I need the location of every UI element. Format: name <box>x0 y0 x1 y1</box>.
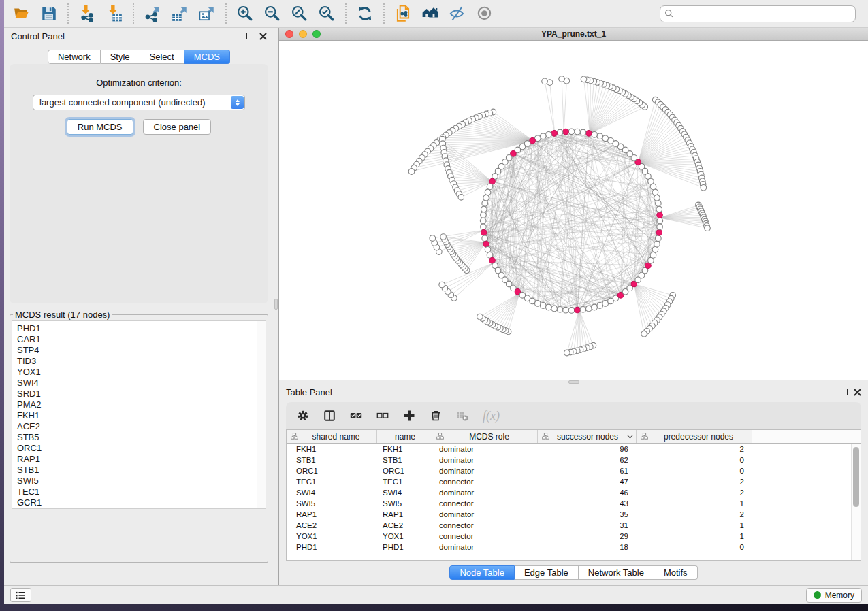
table-row[interactable]: SWI5SWI5connector431 <box>287 498 861 509</box>
minimize-window-icon[interactable] <box>299 30 307 38</box>
delete-column-button[interactable] <box>430 410 442 422</box>
column-header-MCDS-role[interactable]: MCDS role <box>432 430 538 443</box>
mcds-result-item[interactable]: STB1 <box>17 465 255 476</box>
close-panel-button[interactable]: Close panel <box>143 119 212 135</box>
toolbar-separator <box>225 3 227 24</box>
table-row[interactable]: ACE2ACE2connector311 <box>287 520 861 531</box>
eye-slash-icon <box>449 5 466 22</box>
mcds-result-item[interactable]: SWI4 <box>17 378 255 389</box>
splitter-grip[interactable] <box>568 380 579 384</box>
open-session-button[interactable] <box>8 2 35 25</box>
table-scrollbar[interactable] <box>851 444 861 560</box>
table-body: FKH1FKH1dominator962STB1STB1dominator620… <box>287 444 861 560</box>
mcds-result-item[interactable]: GCR1 <box>17 497 255 508</box>
optimization-criterion-select[interactable]: largest connected component (undirected) <box>33 95 245 110</box>
tab-mcds[interactable]: MCDS <box>184 50 230 64</box>
mcds-result-item[interactable]: SWI5 <box>17 476 255 486</box>
houses-icon <box>421 5 439 22</box>
zoom-out-button[interactable] <box>259 2 286 25</box>
mcds-result-item[interactable]: TEC1 <box>17 486 255 497</box>
show-task-history-button[interactable] <box>10 588 31 602</box>
close-window-icon[interactable] <box>285 30 293 38</box>
close-panel-icon[interactable] <box>259 33 267 40</box>
memory-button[interactable]: Memory <box>806 588 862 603</box>
save-session-button[interactable] <box>35 2 63 25</box>
export-network-button[interactable] <box>139 2 166 25</box>
tab-select[interactable]: Select <box>140 50 184 64</box>
mcds-result-item[interactable]: FKH1 <box>17 410 255 421</box>
network-window-titlebar[interactable]: YPA_prune.txt_1 <box>279 28 868 41</box>
panel-splitter-horizontal[interactable] <box>279 380 868 384</box>
export-table-button[interactable] <box>166 2 193 25</box>
apply-layout-button[interactable] <box>351 2 379 25</box>
mcds-list-scrollbar[interactable] <box>257 321 266 508</box>
mcds-result-item[interactable]: ORC1 <box>17 443 255 454</box>
network-graph[interactable] <box>279 41 868 380</box>
zoom-fit-button[interactable] <box>286 2 313 25</box>
table-cell: dominator <box>432 465 538 476</box>
import-network-button[interactable] <box>74 2 101 25</box>
select-all-button[interactable] <box>350 410 362 422</box>
search-field[interactable] <box>660 5 856 22</box>
table-settings-button[interactable] <box>297 410 309 422</box>
float-panel-icon[interactable] <box>841 389 848 395</box>
tab-edge-table[interactable]: Edge Table <box>515 565 579 580</box>
first-neighbors-button[interactable] <box>417 2 444 25</box>
zoom-selected-button[interactable] <box>313 2 340 25</box>
table-cell: ACE2 <box>377 520 432 531</box>
select-all-icon <box>350 410 362 422</box>
import-table-button[interactable] <box>101 2 128 25</box>
table-row[interactable]: PHD1PHD1dominator180 <box>287 542 861 552</box>
table-row[interactable]: TEC1TEC1connector472 <box>287 476 861 487</box>
add-column-button[interactable] <box>403 410 415 422</box>
table-cell: STB1 <box>377 455 432 465</box>
hide-selected-button[interactable] <box>444 2 471 25</box>
mcds-result-item[interactable]: SRD1 <box>17 389 255 399</box>
network-from-document-button[interactable] <box>389 2 417 25</box>
mcds-result-item[interactable]: STP4 <box>17 345 255 356</box>
table-row[interactable]: FKH1FKH1dominator962 <box>287 444 861 455</box>
zoom-in-button[interactable] <box>231 2 259 25</box>
split-panel-icon <box>323 410 336 422</box>
export-image-button[interactable] <box>193 2 221 25</box>
network-canvas[interactable] <box>279 41 868 380</box>
table-cell: 0 <box>637 542 752 552</box>
mcds-result-list[interactable]: PHD1CAR1STP4TID3YOX1SWI4SRD1PMA2FKH1ACE2… <box>12 320 266 509</box>
maximize-window-icon[interactable] <box>312 30 321 38</box>
mcds-result-item[interactable]: STB5 <box>17 432 255 443</box>
show-all-button[interactable] <box>471 2 498 25</box>
tab-motifs[interactable]: Motifs <box>654 565 698 580</box>
tab-node-table[interactable]: Node Table <box>449 565 515 580</box>
column-header-successor-nodes[interactable]: successor nodes <box>538 430 637 443</box>
table-row[interactable]: RAP1RAP1dominator352 <box>287 509 861 520</box>
mcds-result-item[interactable]: CAR1 <box>17 334 255 345</box>
tab-network[interactable]: Network <box>48 50 101 64</box>
deselect-all-button[interactable] <box>376 410 389 422</box>
column-header-shared-name[interactable]: shared name <box>287 430 377 443</box>
close-panel-icon[interactable] <box>854 389 861 396</box>
splitter-grip[interactable] <box>274 299 278 310</box>
column-header-name[interactable]: name <box>377 430 432 443</box>
table-row[interactable]: SWI4SWI4dominator462 <box>287 487 861 498</box>
column-header-predecessor-nodes[interactable]: predecessor nodes <box>637 430 752 443</box>
mcds-result-item[interactable]: TID3 <box>17 356 255 367</box>
table-row[interactable]: YOX1YOX1connector291 <box>287 531 861 542</box>
mcds-result-item[interactable]: RAP1 <box>17 454 255 465</box>
search-input[interactable] <box>677 9 851 18</box>
table-cell: connector <box>432 498 538 509</box>
table-row[interactable]: ORC1ORC1dominator610 <box>287 465 861 476</box>
window-controls <box>285 30 321 38</box>
table-cell: SWI5 <box>287 498 377 509</box>
table-row[interactable]: STB1STB1dominator620 <box>287 455 861 465</box>
panel-splitter-vertical[interactable] <box>274 28 278 585</box>
tab-network-table[interactable]: Network Table <box>579 565 654 580</box>
mcds-result-item[interactable]: PHD1 <box>17 323 255 334</box>
mcds-result-item[interactable]: ACE2 <box>17 421 255 432</box>
split-panel-button[interactable] <box>323 410 336 422</box>
run-mcds-button[interactable]: Run MCDS <box>67 119 133 135</box>
float-panel-icon[interactable] <box>246 33 253 39</box>
mcds-result-item[interactable]: YOX1 <box>17 367 255 378</box>
table-scrollbar-thumb[interactable] <box>853 447 859 507</box>
tab-style[interactable]: Style <box>101 50 140 64</box>
mcds-result-item[interactable]: PMA2 <box>17 399 255 410</box>
